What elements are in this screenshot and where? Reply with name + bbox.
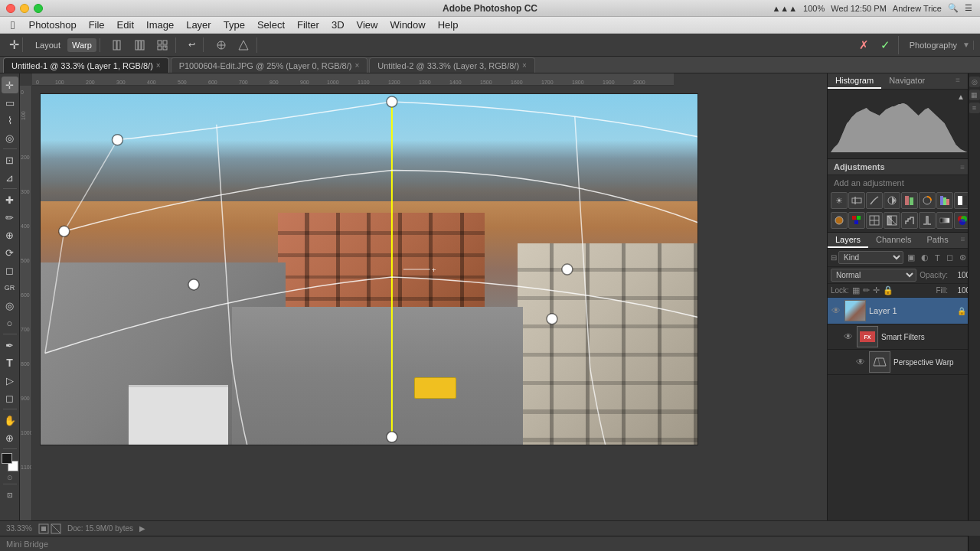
tool-dodge[interactable]: ○ [2,315,18,331]
adj-colorbalance[interactable] [936,192,953,209]
tool-move[interactable]: ✛ [2,77,18,93]
zoom-level[interactable]: 33.33% [6,524,32,533]
tool-eyedropper[interactable]: ⊿ [2,169,18,186]
tool-clone[interactable]: ⊕ [2,227,18,243]
layout-button[interactable]: Layout [31,38,65,52]
confirm-transform-button[interactable]: ✓ [876,36,895,54]
filter-shape-icon[interactable]: ◻ [944,252,956,263]
tool-shape[interactable]: ◻ [2,390,18,406]
maximize-button[interactable] [34,4,43,13]
tab-0-close[interactable]: × [156,61,161,70]
apple-menu[interactable]:  [3,18,22,31]
menu-layer[interactable]: Layer [180,18,217,32]
tool-marquee[interactable]: ▭ [2,94,18,111]
quick-mask-icon[interactable]: ⊙ [0,474,19,481]
tab-layers[interactable]: Layers [828,233,868,248]
menu-select[interactable]: Select [251,18,291,32]
tab-1[interactable]: P1000604-Edit.JPG @ 25% (Layer 0, RGB/8/… [171,57,368,73]
tool-history[interactable]: ⟳ [2,244,18,261]
layer-sub-vis-sf[interactable]: 👁 [843,331,854,342]
menu-image[interactable]: Image [140,18,180,32]
screen-mode[interactable]: ⊡ [2,487,18,504]
tab-navigator[interactable]: Navigator [881,73,933,89]
tool-gradient[interactable]: GR [2,279,18,296]
layer-vis-0[interactable]: 👁 [831,305,841,316]
tab-2-close[interactable]: × [522,61,527,70]
lock-paint-icon[interactable]: ✏ [863,285,870,295]
grid4x1-button[interactable] [130,37,150,53]
search-icon[interactable]: 🔍 [948,3,959,13]
filter-type-icon[interactable]: T [933,253,942,263]
doc-arrow[interactable]: ▶ [139,524,145,533]
cancel-transform-button[interactable]: ✗ [854,36,874,54]
adj-gradient-map[interactable] [936,212,953,229]
tab-0[interactable]: Untitled-1 @ 33.3% (Layer 1, RGB/8/) × [3,57,169,73]
lock-position-icon[interactable]: ✛ [873,285,880,295]
menu-help[interactable]: Help [432,18,465,32]
tool-type[interactable]: T [2,354,18,371]
mode1-button[interactable] [211,37,231,53]
tool-path-select[interactable]: ▷ [2,372,18,389]
menu-filter[interactable]: Filter [291,18,325,32]
lock-transparent-icon[interactable]: ▦ [852,285,860,295]
adj-exposure[interactable] [884,192,900,209]
menu-icon[interactable]: ☰ [965,3,972,13]
lock-all-icon[interactable]: 🔒 [883,285,893,295]
histogram-menu[interactable]: ≡ [951,73,965,89]
tool-hand[interactable]: ✋ [2,412,18,429]
adj-color-lookup[interactable] [866,212,883,229]
menu-type[interactable]: Type [217,18,251,32]
layer-item-0[interactable]: 👁 Layer 1 🔒 [828,298,980,324]
mode2-button[interactable] [234,37,253,53]
adj-levels[interactable] [848,192,865,209]
menu-file[interactable]: File [83,18,111,32]
menu-edit[interactable]: Edit [111,18,140,32]
layer-filter-type[interactable]: Kind Name Effect Mode Attribute Color Sm… [838,251,903,264]
tool-eraser[interactable]: ◻ [2,262,18,279]
close-button[interactable] [6,4,15,13]
adj-curves[interactable] [866,192,883,209]
tab-2[interactable]: Untitled-2 @ 33.3% (Layer 3, RGB/8/) × [369,57,535,73]
layer-sub-smart-filters[interactable]: 👁 FX Smart Filters [828,324,980,350]
adj-vibrance[interactable] [901,192,918,209]
tool-lasso[interactable]: ⌇ [2,112,18,129]
color-swatches[interactable] [2,453,18,471]
expand-histogram-icon[interactable]: ◎ [969,77,980,87]
tool-pen[interactable]: ✒ [2,337,18,354]
filter-pixel-icon[interactable]: ▣ [905,252,917,263]
adj-hsl[interactable] [919,192,936,209]
menu-window[interactable]: Window [384,18,431,32]
layer-sub-vis-pw[interactable]: 👁 [855,357,866,367]
adj-posterize[interactable] [901,212,918,229]
tool-healing[interactable]: ✚ [2,191,18,208]
filter-smart-icon[interactable]: ⊛ [957,252,969,263]
adj-channel-mixer[interactable] [848,212,865,229]
expand-adj-icon[interactable]: ▦ [969,90,980,100]
tab-histogram[interactable]: Histogram [828,73,881,89]
tool-blur[interactable]: ◎ [2,297,18,314]
adjustments-header[interactable]: Adjustments ≡ ▽ [828,159,980,175]
minimize-button[interactable] [20,4,29,13]
layer-sub-perspective-warp[interactable]: 👁 Perspective Warp [828,350,980,375]
adjustments-menu-icon[interactable]: ≡ [960,163,965,171]
grid-add-button[interactable] [152,37,172,53]
adj-threshold[interactable] [919,212,936,229]
menu-3d[interactable]: 3D [325,18,351,32]
expand-layers-icon[interactable]: ≡ [969,103,980,113]
tool-crop[interactable]: ⊡ [2,152,18,168]
adj-invert[interactable] [884,212,900,229]
undo-button[interactable]: ↩ [184,37,200,52]
tool-quick-select[interactable]: ◎ [2,129,18,146]
main-canvas[interactable]: + [40,93,698,445]
menu-view[interactable]: View [351,18,384,32]
adj-brightness[interactable]: ☀ [831,192,848,209]
filter-adjustment-icon[interactable]: ◐ [919,252,931,263]
tab-paths[interactable]: Paths [920,233,956,248]
warp-button[interactable]: Warp [67,38,96,52]
grid3x1-button[interactable] [108,37,128,53]
tool-zoom[interactable]: ⊕ [2,429,18,446]
blend-mode-select[interactable]: Normal Dissolve Multiply Screen Overlay [831,269,916,282]
adj-photo-filter[interactable] [831,212,848,229]
tab-channels[interactable]: Channels [868,233,919,248]
menu-photoshop[interactable]: Photoshop [22,18,82,32]
